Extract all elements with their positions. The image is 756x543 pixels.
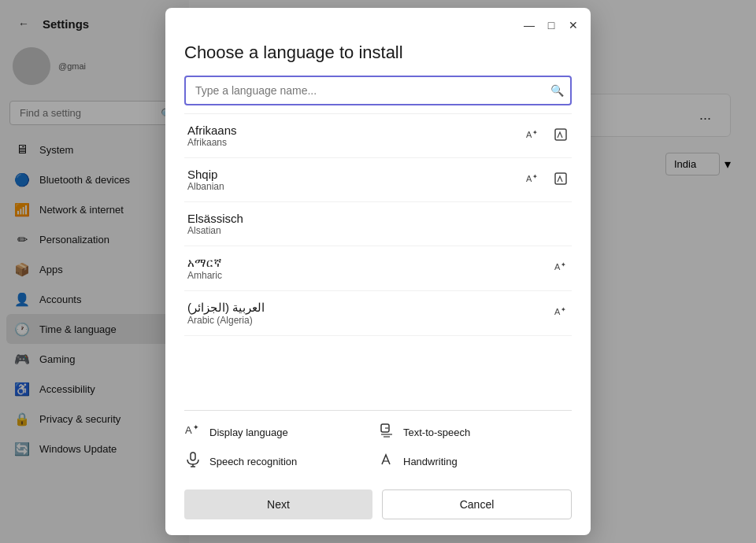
- choose-language-modal: — □ ✕ Choose a language to install 🔍 Afr…: [165, 8, 591, 535]
- next-button[interactable]: Next: [184, 489, 372, 519]
- lang-english: Albanian: [187, 181, 224, 192]
- lang-english: Afrikaans: [187, 137, 237, 148]
- feature-speech-recognition: Speech recognition: [184, 451, 378, 472]
- feature-display-language-label: Display language: [209, 427, 288, 438]
- speech-recognition-icon: [184, 451, 202, 472]
- font-icon-button[interactable]: A ✦: [553, 304, 569, 323]
- lang-english: Arabic (Algeria): [187, 315, 265, 326]
- font-icon-button[interactable]: A ✦: [524, 171, 540, 190]
- lang-native: Afrikaans: [187, 124, 237, 137]
- language-search-icon: 🔍: [550, 84, 564, 97]
- list-item[interactable]: Shqip Albanian A ✦: [184, 158, 572, 202]
- lang-icons: A ✦: [553, 304, 569, 323]
- svg-text:A: A: [554, 307, 561, 316]
- lang-english: Amharic: [187, 270, 222, 281]
- lang-name-block: አማርኛ Amharic: [187, 256, 222, 281]
- list-item[interactable]: Elsässisch Alsatian: [184, 202, 572, 246]
- lang-native: አማርኛ: [187, 256, 222, 270]
- feature-text-to-speech-label: Text-to-speech: [403, 427, 470, 438]
- lang-icons: A ✦: [553, 259, 569, 278]
- lang-name-block: العربية (الجزائر) Arabic (Algeria): [187, 301, 265, 326]
- svg-text:✦: ✦: [561, 261, 566, 268]
- svg-text:A: A: [526, 130, 532, 139]
- language-list: Afrikaans Afrikaans A ✦: [184, 113, 572, 410]
- svg-text:✦: ✦: [193, 423, 199, 431]
- cancel-button[interactable]: Cancel: [382, 489, 572, 519]
- font-icon-button[interactable]: A ✦: [553, 259, 569, 278]
- lang-icons: A ✦: [524, 127, 569, 146]
- list-item[interactable]: العربية (الجزائر) Arabic (Algeria) A ✦: [184, 291, 572, 336]
- lang-name-block: Elsässisch Alsatian: [187, 212, 243, 236]
- lang-english: Alsatian: [187, 225, 243, 236]
- svg-rect-13: [191, 452, 195, 460]
- font-icon-button[interactable]: A ✦: [524, 127, 540, 146]
- close-button[interactable]: ✕: [562, 14, 584, 36]
- handwriting-icon: [378, 451, 395, 472]
- minimize-button[interactable]: —: [518, 14, 540, 36]
- feature-handwriting-label: Handwriting: [403, 456, 458, 467]
- lang-icons: A ✦: [524, 171, 569, 190]
- list-item[interactable]: አማርኛ Amharic A ✦: [184, 246, 572, 291]
- modal-features: A ✦ Display language Text-to-speech: [184, 410, 572, 480]
- feature-text-to-speech: Text-to-speech: [378, 422, 572, 443]
- feature-display-language: A ✦ Display language: [184, 422, 378, 443]
- feature-handwriting: Handwriting: [378, 451, 572, 472]
- svg-text:A: A: [185, 424, 192, 436]
- language-search-wrap: 🔍: [184, 76, 572, 105]
- lang-name-block: Shqip Albanian: [187, 168, 224, 192]
- lang-native: Elsässisch: [187, 212, 243, 225]
- write-icon-button[interactable]: [553, 127, 569, 146]
- svg-text:A: A: [554, 262, 561, 272]
- language-search-input[interactable]: [184, 76, 572, 105]
- maximize-button[interactable]: □: [540, 14, 562, 36]
- modal-title: Choose a language to install: [184, 42, 572, 63]
- svg-text:✦: ✦: [561, 306, 566, 313]
- modal-titlebar: — □ ✕: [165, 8, 591, 36]
- display-language-icon: A ✦: [184, 422, 202, 443]
- svg-text:✦: ✦: [532, 129, 538, 136]
- text-to-speech-icon: [378, 422, 395, 443]
- write-icon-button[interactable]: [553, 171, 569, 190]
- lang-native: Shqip: [187, 168, 224, 181]
- lang-native: العربية (الجزائر): [187, 301, 265, 315]
- modal-footer: Next Cancel: [165, 480, 591, 535]
- list-item[interactable]: Afrikaans Afrikaans A ✦: [184, 114, 572, 158]
- lang-name-block: Afrikaans Afrikaans: [187, 124, 237, 148]
- svg-text:A: A: [526, 174, 532, 183]
- modal-body: Choose a language to install 🔍 Afrikaans…: [165, 36, 591, 480]
- feature-speech-recognition-label: Speech recognition: [209, 456, 297, 467]
- svg-text:✦: ✦: [532, 173, 538, 180]
